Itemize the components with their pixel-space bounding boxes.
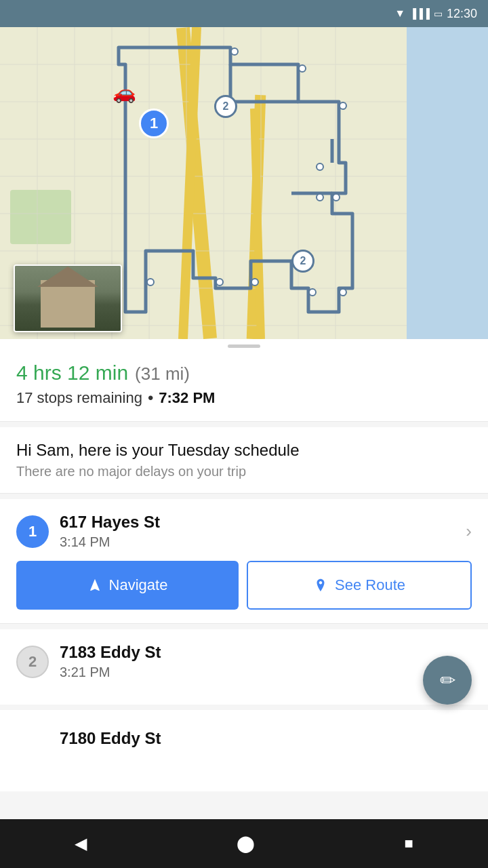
stop-2-header: 2 7183 Eddy St 3:21 PM — [16, 643, 472, 680]
status-time: 12:30 — [447, 7, 477, 21]
stop-1-chevron[interactable]: › — [466, 521, 472, 542]
stop-1-time: 3:14 PM — [60, 534, 455, 550]
navigate-icon — [87, 578, 102, 593]
car-icon: 🚗 — [113, 81, 136, 104]
schedule-status: There are no major delays on your trip — [16, 464, 472, 479]
stop-1-info: 617 Hayes St 3:14 PM — [60, 513, 455, 550]
stop-2-number: 2 — [16, 646, 49, 678]
see-route-label: See Route — [335, 576, 405, 594]
bottom-nav: ◀ ⬤ ■ — [0, 819, 488, 868]
route-dot — [308, 288, 317, 296]
stop-2-time: 3:21 PM — [60, 665, 472, 680]
route-dot — [339, 288, 347, 296]
stop-2-address: 7183 Eddy St — [60, 643, 472, 662]
wifi-icon: ▼ — [394, 7, 405, 20]
map-marker-2b: 2 — [291, 250, 314, 273]
edit-icon: ✏ — [440, 669, 455, 692]
stop-card-1: 1 617 Hayes St 3:14 PM › Navigate See Ro… — [0, 499, 488, 624]
route-dot — [216, 278, 224, 286]
stop-2-info: 7183 Eddy St 3:21 PM — [60, 643, 472, 680]
stop-1-number: 1 — [16, 515, 49, 548]
map-marker-1: 1 — [139, 108, 169, 138]
stops-count: 17 stops remaining — [16, 389, 142, 407]
stop-1-actions: Navigate See Route — [16, 561, 472, 610]
stops-dot: • — [148, 389, 153, 408]
edit-fab[interactable]: ✏ — [423, 656, 472, 705]
navigate-button[interactable]: Navigate — [16, 561, 239, 610]
street-thumbnail[interactable] — [14, 264, 122, 332]
schedule-greeting: Hi Sam, here is your Tuesday schedule — [16, 441, 472, 460]
stop-3-info: 7180 Eddy St — [60, 729, 472, 751]
duration: 4 hrs 12 min — [16, 361, 128, 384]
navigate-label: Navigate — [109, 576, 168, 594]
battery-icon: ▭ — [434, 8, 443, 19]
stop-icon: ■ — [404, 835, 413, 852]
route-dot — [298, 64, 306, 73]
route-dot — [316, 163, 324, 171]
stops-eta: 7:32 PM — [159, 389, 215, 407]
stop-3-spacer — [16, 724, 49, 756]
drag-handle[interactable] — [0, 339, 488, 351]
stop-1-address: 617 Hayes St — [60, 513, 455, 532]
stop-1-header: 1 617 Hayes St 3:14 PM › — [16, 513, 472, 550]
street-thumb-content — [15, 266, 121, 331]
see-route-button[interactable]: See Route — [247, 561, 472, 610]
second-stop-container: 2 7183 Eddy St 3:21 PM ✏ — [0, 629, 488, 705]
route-dot — [339, 102, 347, 110]
route-dot — [146, 278, 155, 286]
home-button[interactable]: ⬤ — [237, 834, 255, 853]
stops-row: 17 stops remaining • 7:32 PM — [16, 389, 472, 408]
stop-card-2: 2 7183 Eddy St 3:21 PM — [0, 629, 488, 705]
map-marker-2a: 2 — [214, 95, 237, 118]
signal-icon: ▐▐▐ — [409, 8, 430, 19]
stop-3-address: 7180 Eddy St — [60, 729, 472, 748]
route-dot — [251, 278, 259, 286]
route-dot — [332, 193, 340, 201]
time-row: 4 hrs 12 min (31 mi) — [16, 361, 472, 384]
status-bar: ▼ ▐▐▐ ▭ 12:30 — [0, 0, 488, 27]
stop-button[interactable]: ■ — [404, 835, 413, 852]
drag-pill — [228, 344, 260, 348]
route-dot — [230, 47, 239, 56]
schedule-header: Hi Sam, here is your Tuesday schedule Th… — [0, 427, 488, 494]
svg-line-17 — [183, 27, 197, 339]
stop-3-header: 7180 Eddy St — [16, 724, 472, 756]
back-icon: ◀ — [75, 834, 87, 853]
svg-line-18 — [254, 108, 261, 339]
see-route-icon — [313, 578, 328, 593]
home-icon: ⬤ — [237, 834, 255, 853]
back-button[interactable]: ◀ — [75, 834, 87, 853]
stop-card-3-partial: 7180 Eddy St — [0, 710, 488, 791]
status-icons: ▼ ▐▐▐ ▭ 12:30 — [394, 7, 477, 21]
route-dot — [316, 193, 324, 201]
distance: (31 mi) — [135, 363, 190, 384]
info-panel: 4 hrs 12 min (31 mi) 17 stops remaining … — [0, 351, 488, 422]
map-container[interactable]: 🚗 1 2 2 — [0, 27, 488, 339]
house-image — [41, 280, 95, 328]
